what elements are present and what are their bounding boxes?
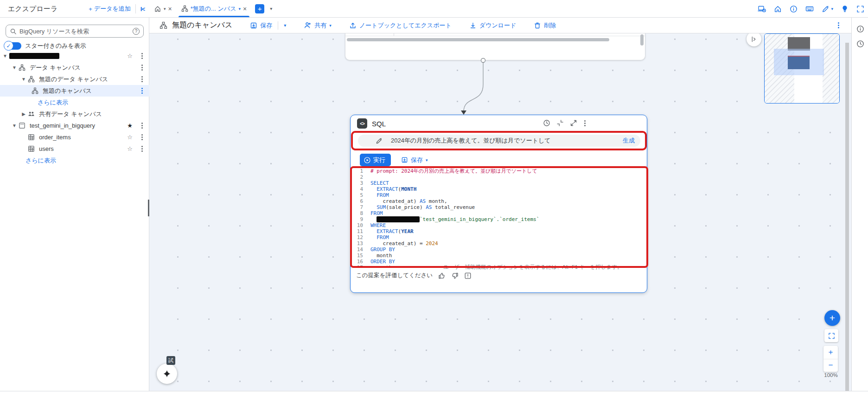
- download-icon: [469, 22, 477, 29]
- gemini-spark-button[interactable]: [157, 364, 177, 384]
- sidebar-item-untitled-data-canvas[interactable]: ▼ 無題のデータ キャンバス: [0, 73, 149, 85]
- chevron-down-icon[interactable]: ▾: [831, 6, 833, 11]
- star-icon[interactable]: ☆: [127, 134, 133, 141]
- show-more-link[interactable]: さらに表示: [0, 97, 149, 108]
- sidebar-item-table-order-items[interactable]: order_items ☆: [0, 131, 149, 143]
- export-notebook-button[interactable]: ノートブックとしてエクスポート: [344, 21, 457, 30]
- more-options-icon[interactable]: [140, 52, 144, 60]
- more-options-icon[interactable]: [140, 75, 144, 83]
- more-options-icon[interactable]: [583, 119, 587, 127]
- delete-button[interactable]: 削除: [528, 21, 562, 30]
- add-data-button[interactable]: + データを追加: [89, 5, 131, 13]
- star-icon[interactable]: ★: [127, 122, 133, 129]
- search-input[interactable]: [19, 28, 130, 35]
- more-options-icon[interactable]: [140, 122, 144, 130]
- share-button[interactable]: 共有 ▾: [298, 21, 337, 30]
- info-icon[interactable]: [790, 5, 798, 13]
- canvas-vertical-scrollbar[interactable]: [845, 43, 849, 391]
- close-icon[interactable]: ×: [243, 6, 247, 12]
- gemini-pen-icon[interactable]: ▾: [822, 5, 833, 13]
- more-options-icon[interactable]: [140, 64, 144, 71]
- minimap[interactable]: [764, 33, 840, 104]
- sidebar-item-dataset[interactable]: ▼ test_gemini_in_bigquery ★: [0, 120, 149, 131]
- fullscreen-icon[interactable]: [856, 5, 864, 13]
- sql-node-header: <> SQL: [351, 115, 647, 132]
- sidebar-item-data-canvases[interactable]: ▼ データ キャンバス: [0, 62, 149, 73]
- zoom-out-button[interactable]: −: [823, 359, 838, 372]
- fit-screen-button[interactable]: [824, 329, 838, 342]
- zoom-in-button[interactable]: +: [823, 346, 838, 359]
- open-panel-button[interactable]: [747, 33, 761, 46]
- cloud-shell-icon[interactable]: [758, 5, 766, 13]
- lightbulb-icon[interactable]: [841, 5, 849, 13]
- sidebar-item-project[interactable]: ▼ ☆: [0, 50, 149, 62]
- add-node-button[interactable]: +: [824, 310, 840, 326]
- horizontal-scrollbar[interactable]: [347, 38, 609, 41]
- node-save-button[interactable]: 保存 ▾: [401, 156, 428, 164]
- node-header-actions: [543, 119, 587, 127]
- tab-overflow-chevron-icon[interactable]: ▾: [270, 6, 272, 11]
- sidebar-item-untitled-canvas[interactable]: 無題のキャンバス: [0, 85, 149, 97]
- new-tab-button[interactable]: +: [255, 4, 264, 13]
- thumb-down-icon[interactable]: [451, 272, 459, 279]
- feedback-label: この提案を評価してください: [356, 272, 433, 279]
- collapse-icon[interactable]: [556, 119, 564, 127]
- save-button[interactable]: 保存: [244, 21, 278, 30]
- star-icon[interactable]: ☆: [127, 52, 133, 59]
- save-dropdown-icon[interactable]: ▾: [278, 23, 292, 28]
- starred-only-row: ✓ スター付きのみを表示: [5, 42, 86, 50]
- download-button[interactable]: ダウンロード: [464, 21, 522, 30]
- collapsed-caret-icon[interactable]: ▶: [19, 111, 28, 117]
- run-button[interactable]: 実行: [360, 154, 391, 166]
- redacted-project-name: [9, 53, 59, 59]
- more-options-icon[interactable]: [140, 87, 144, 95]
- trash-icon: [534, 22, 541, 29]
- chevron-down-icon[interactable]: ▾: [164, 6, 166, 11]
- star-icon[interactable]: ☆: [127, 145, 133, 152]
- more-options-icon[interactable]: [837, 21, 840, 29]
- search-box[interactable]: ?: [6, 25, 144, 38]
- feedback-icon[interactable]: [464, 272, 472, 279]
- tab-home[interactable]: ▾ ×: [149, 0, 177, 17]
- topbar-icon-group: ▾: [758, 0, 864, 18]
- expand-caret-icon[interactable]: ▼: [10, 65, 19, 70]
- show-more-link[interactable]: さらに表示: [0, 155, 149, 166]
- history-icon[interactable]: [543, 119, 550, 127]
- canvas-icon: [181, 5, 188, 12]
- data-canvas[interactable]: <> SQL 2024年の月別の売上高を教えて。並び順は月でソートして 生成 実…: [149, 33, 851, 391]
- sql-node[interactable]: <> SQL 2024年の月別の売上高を教えて。並び順は月でソートして 生成 実…: [350, 115, 647, 293]
- home-icon[interactable]: [774, 5, 782, 13]
- generate-button[interactable]: 生成: [623, 136, 635, 145]
- starred-only-label: スター付きのみを表示: [25, 42, 86, 50]
- canvas-icon: [32, 87, 38, 94]
- starred-only-toggle[interactable]: ✓: [5, 42, 21, 50]
- sidebar-item-shared-data-canvases[interactable]: ▶ 共有データ キャンバス: [0, 108, 149, 120]
- results-node-partial[interactable]: [345, 33, 645, 60]
- history-icon[interactable]: [856, 40, 864, 48]
- right-rail: [851, 18, 868, 391]
- expand-caret-icon[interactable]: ▼: [19, 77, 28, 82]
- collapse-panel-icon[interactable]: I<: [140, 6, 145, 13]
- vertical-scrollbar[interactable]: [640, 34, 644, 45]
- canvas-toolbar: 無題のキャンバス 保存 ▾ 共有 ▾ ノートブックとしてエクスポート ダウンロー…: [149, 18, 851, 33]
- close-icon[interactable]: ×: [168, 6, 172, 12]
- tab-canvas-active[interactable]: *無題の... ンバス ▾ ×: [177, 0, 251, 17]
- more-options-icon[interactable]: [140, 133, 144, 141]
- code-editor[interactable]: 1# prompt: 2024年の月別の売上高を教えて。並び順は月でソートして2…: [352, 168, 645, 266]
- zoom-level: 100%: [820, 372, 842, 378]
- more-options-icon[interactable]: [140, 145, 144, 153]
- top-bar: エクスプローラ + データを追加 I< ▾ × *無題の... ンバス ▾ × …: [0, 0, 868, 18]
- keyboard-icon[interactable]: [805, 5, 814, 13]
- expand-caret-icon[interactable]: ▼: [1, 53, 9, 58]
- search-help-icon[interactable]: ?: [133, 28, 140, 35]
- sidebar-item-table-users[interactable]: users ☆: [0, 143, 149, 155]
- thumb-up-icon[interactable]: [438, 272, 446, 279]
- prompt-text[interactable]: 2024年の月別の売上高を教えて。並び順は月でソートして: [391, 136, 551, 145]
- prompt-bar[interactable]: 2024年の月別の売上高を教えて。並び順は月でソートして 生成: [358, 135, 640, 147]
- tab-strip: ▾ × *無題の... ンバス ▾ × + ▾: [149, 0, 272, 17]
- resource-tree: ▼ ☆ ▼ データ キャンバス ▼ 無題のデータ キャンバス 無題のキャンバス …: [0, 50, 149, 166]
- expand-caret-icon[interactable]: ▼: [10, 123, 19, 128]
- info-icon[interactable]: [856, 25, 864, 33]
- expand-icon[interactable]: [570, 119, 577, 127]
- chevron-down-icon[interactable]: ▾: [238, 6, 241, 11]
